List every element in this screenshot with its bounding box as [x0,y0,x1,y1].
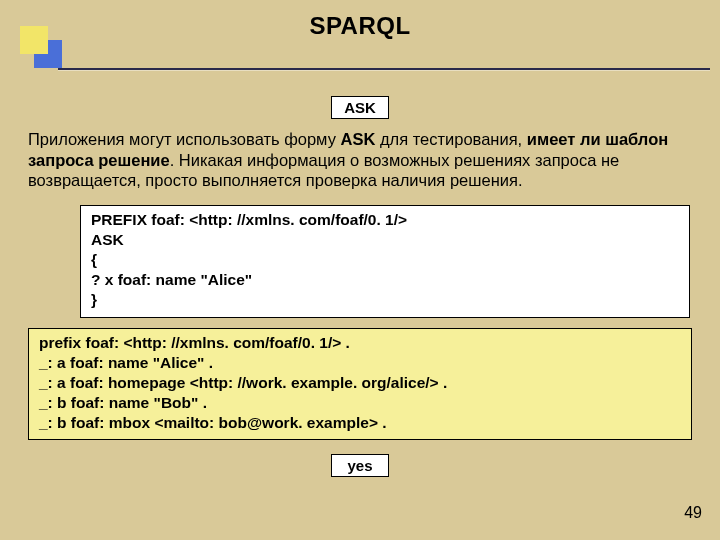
body-part1: Приложения могут использовать форму [28,130,340,148]
logo-yellow-square [20,26,48,54]
page-number: 49 [684,504,702,522]
page-title: SPARQL [0,0,720,40]
ask-label-box: ASK [331,96,389,119]
logo-icon [12,18,68,74]
rdf-data-box: prefix foaf: <http: //xmlns. com/foaf/0.… [28,328,692,441]
result-box: yes [331,454,389,477]
title-divider [58,68,710,70]
body-bold1: ASK [340,130,375,148]
header: SPARQL [0,0,720,78]
body-paragraph: Приложения могут использовать форму ASK … [0,129,720,191]
sparql-query-box: PREFIX foaf: <http: //xmlns. com/foaf/0.… [80,205,690,318]
body-part2: для тестирования, [375,130,526,148]
